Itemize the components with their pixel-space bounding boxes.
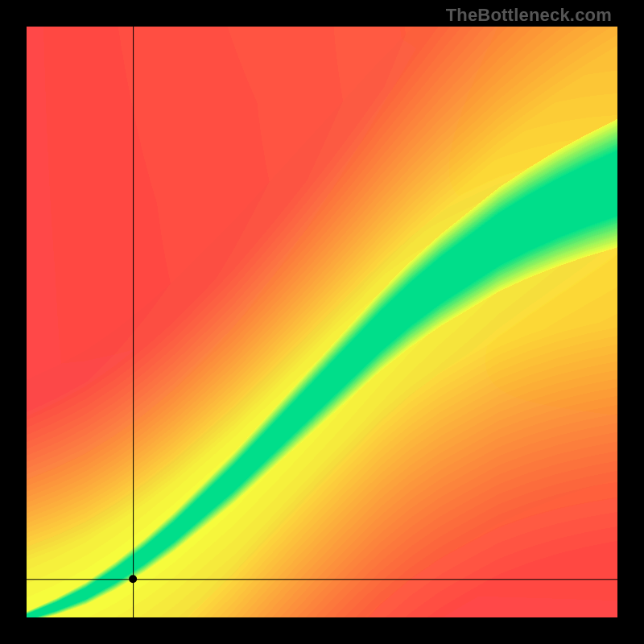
watermark: TheBottleneck.com bbox=[446, 5, 612, 26]
bottleneck-heatmap bbox=[0, 0, 644, 644]
